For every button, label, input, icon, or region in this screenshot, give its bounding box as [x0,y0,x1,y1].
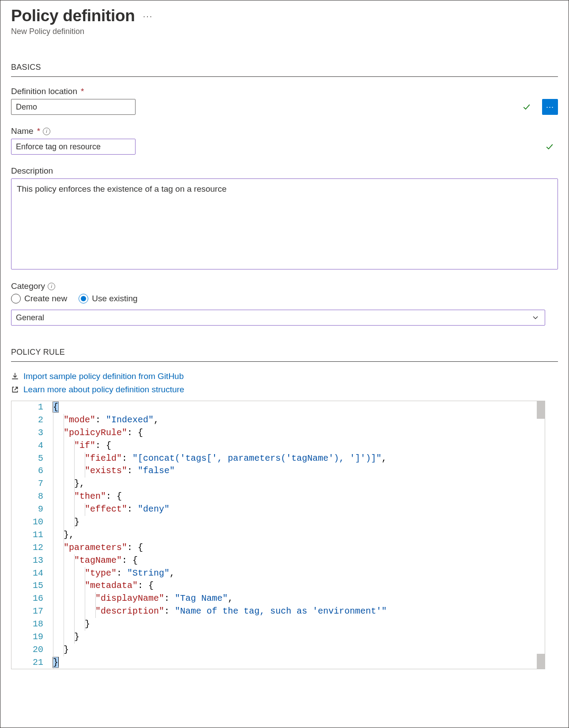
scrollbar[interactable] [537,401,545,669]
code-line[interactable]: "exists": "false" [53,465,543,478]
line-number: 1 [11,401,43,414]
line-number: 19 [11,631,43,644]
policy-definition-panel: Policy definition ··· New Policy definit… [0,0,569,728]
line-number: 2 [11,414,43,427]
definition-location-input[interactable] [11,99,136,115]
line-number: 12 [11,542,43,554]
line-number: 7 [11,478,43,490]
line-number: 10 [11,516,43,529]
code-line[interactable]: } [53,631,543,644]
required-star: * [37,126,40,136]
download-icon [11,372,19,380]
code-line[interactable]: }, [53,529,543,542]
line-number: 8 [11,490,43,503]
info-icon[interactable]: i [48,283,55,290]
code-line[interactable]: } [53,656,543,669]
divider [11,76,558,77]
page-subtitle: New Policy definition [11,27,558,36]
radio-use-existing-label: Use existing [92,294,138,303]
code-line[interactable]: "effect": "deny" [53,503,543,516]
code-line[interactable]: "displayName": "Tag Name", [53,592,543,605]
editor-code-area[interactable]: { "mode": "Indexed", "policyRule": { "if… [51,401,545,669]
browse-location-button[interactable]: ··· [542,99,558,115]
category-select-value: General [16,313,44,322]
line-number: 18 [11,618,43,631]
line-number: 4 [11,440,43,452]
line-number: 6 [11,465,43,478]
code-line[interactable]: "tagName": { [53,554,543,567]
name-input-wrap [11,139,558,155]
code-line[interactable]: "policyRule": { [53,427,543,440]
radio-use-existing[interactable]: Use existing [79,294,138,303]
category-label-text: Category [11,281,45,291]
learn-more-link[interactable]: Learn more about policy definition struc… [23,385,184,394]
line-number: 17 [11,605,43,618]
code-line[interactable]: { [53,401,543,414]
definition-location-row: ··· [11,99,558,115]
line-number: 9 [11,503,43,516]
required-star: * [81,87,84,96]
line-number: 5 [11,452,43,465]
learn-more-row: Learn more about policy definition struc… [11,385,558,394]
code-line[interactable]: "description": "Name of the tag, such as… [53,605,543,618]
description-label: Description [11,166,558,176]
divider [11,361,558,362]
description-label-text: Description [11,166,53,176]
category-select-wrap: General [11,310,545,326]
line-number: 16 [11,592,43,605]
definition-location-label: Definition location * [11,87,558,96]
import-sample-link[interactable]: Import sample policy definition from Git… [23,372,184,381]
code-line[interactable]: "metadata": { [53,580,543,592]
check-icon [523,103,531,111]
category-label: Category i [11,281,558,291]
code-line[interactable]: } [53,618,543,631]
line-number: 14 [11,567,43,580]
line-number: 13 [11,554,43,567]
line-number: 11 [11,529,43,542]
check-icon [546,143,554,151]
radio-icon [11,294,21,303]
name-label-text: Name [11,126,34,136]
line-number: 20 [11,644,43,656]
page-title: Policy definition [11,7,135,25]
policy-rule-editor[interactable]: 123456789101112131415161718192021 { "mod… [11,401,545,669]
ellipsis-icon: ··· [546,102,554,112]
section-basics-header: BASICS [11,63,558,72]
category-select[interactable]: General [11,310,545,326]
line-number: 15 [11,580,43,592]
name-input[interactable] [11,139,136,155]
code-line[interactable]: "field": "[concat('tags[', parameters('t… [53,452,543,465]
code-line[interactable]: } [53,644,543,656]
name-row [11,139,558,155]
code-line[interactable]: } [53,516,543,529]
code-line[interactable]: }, [53,478,543,490]
info-icon[interactable]: i [43,128,50,135]
code-line[interactable]: "then": { [53,490,543,503]
code-line[interactable]: "type": "String", [53,567,543,580]
scroll-thumb[interactable] [537,654,545,669]
radio-create-new-label: Create new [24,294,67,303]
radio-icon [79,294,88,303]
line-number: 21 [11,656,43,669]
code-line[interactable]: "mode": "Indexed", [53,414,543,427]
definition-location-input-wrap [11,99,535,115]
name-label: Name * i [11,126,558,136]
section-policy-rule-header: POLICY RULE [11,348,558,357]
category-radio-group: Create new Use existing [11,294,558,303]
radio-create-new[interactable]: Create new [11,294,67,303]
code-line[interactable]: "parameters": { [53,542,543,554]
scroll-thumb[interactable] [537,401,545,419]
line-number: 3 [11,427,43,440]
more-menu-icon[interactable]: ··· [143,11,153,21]
editor-line-numbers: 123456789101112131415161718192021 [11,401,51,669]
description-input[interactable] [11,178,558,269]
import-sample-row: Import sample policy definition from Git… [11,372,558,381]
external-link-icon [11,386,19,394]
code-line[interactable]: "if": { [53,440,543,452]
definition-location-label-text: Definition location [11,87,77,96]
header: Policy definition ··· [11,7,558,25]
